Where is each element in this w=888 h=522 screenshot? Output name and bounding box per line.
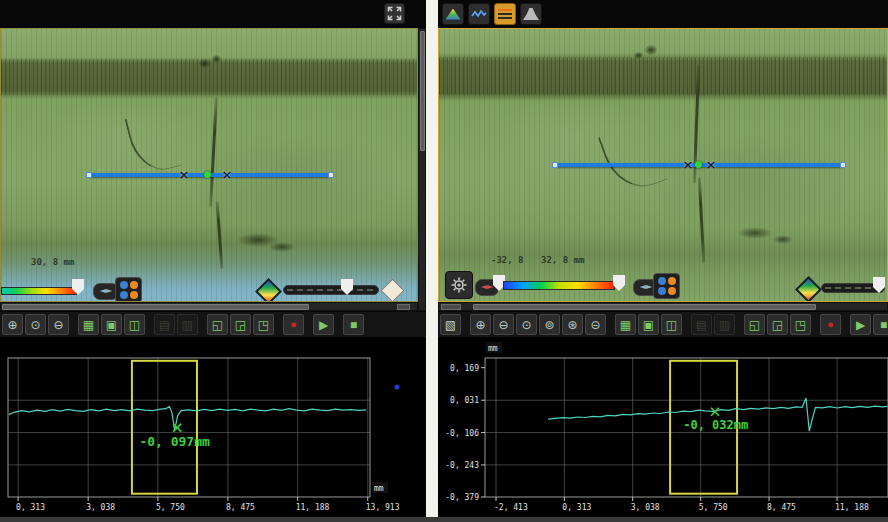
vertical-scroll-thumb[interactable] bbox=[420, 31, 425, 151]
surface-pit bbox=[645, 45, 657, 55]
dark-band-texture bbox=[439, 57, 887, 95]
actual-size-button[interactable]: ▣ bbox=[638, 314, 659, 335]
zoom-100-button[interactable]: ⊛ bbox=[562, 314, 583, 335]
expand-view-button[interactable] bbox=[384, 3, 405, 24]
compare-tool-button[interactable]: ▥ bbox=[714, 314, 735, 335]
overlay-tool-icon: ▤ bbox=[159, 319, 170, 331]
zoom-region-2-button[interactable]: ◲ bbox=[767, 314, 788, 335]
zoom-out-button[interactable]: ⊖ bbox=[493, 314, 514, 335]
zoom-fit-button[interactable]: ⊚ bbox=[539, 314, 560, 335]
line-endpoint-left[interactable] bbox=[86, 172, 92, 178]
display-dots-button[interactable] bbox=[115, 277, 142, 302]
surface-blemish bbox=[737, 227, 773, 239]
gear-icon bbox=[450, 276, 468, 294]
height-map-mode-button[interactable] bbox=[442, 3, 464, 25]
zoom-select-icon: ⊙ bbox=[521, 319, 531, 331]
zoom-prev-icon: ⊝ bbox=[590, 319, 600, 331]
profile-trace bbox=[9, 407, 366, 431]
line-center-point bbox=[204, 171, 211, 178]
overlay-tool-button[interactable]: ▤ bbox=[154, 314, 175, 335]
zoom-prev-button[interactable]: ⊝ bbox=[585, 314, 606, 335]
compare-tool-icon: ▥ bbox=[182, 319, 193, 331]
zoom-out-button[interactable]: ⊖ bbox=[48, 314, 69, 335]
svg-text:-2, 413: -2, 413 bbox=[494, 503, 528, 512]
settings-button[interactable] bbox=[445, 271, 473, 299]
blue-dot-icon bbox=[120, 281, 128, 289]
zoom-region-3-icon: ◳ bbox=[795, 319, 806, 331]
svg-text:-0, 106: -0, 106 bbox=[445, 429, 479, 438]
save-image-icon: ■ bbox=[880, 319, 887, 331]
actual-size-button[interactable]: ▣ bbox=[101, 314, 122, 335]
left-horizontal-scrollbar[interactable] bbox=[0, 302, 418, 311]
profile-mode-button[interactable] bbox=[468, 3, 490, 25]
orange-dot-icon bbox=[668, 287, 676, 295]
fit-width-button[interactable]: ◫ bbox=[661, 314, 682, 335]
svg-text:mm: mm bbox=[374, 484, 384, 493]
scrollbar-grip[interactable] bbox=[441, 304, 461, 310]
svg-text:8, 475: 8, 475 bbox=[226, 503, 255, 512]
compare-tool-button[interactable]: ▥ bbox=[177, 314, 198, 335]
fit-width-button[interactable]: ◫ bbox=[124, 314, 145, 335]
surface-pit bbox=[199, 59, 210, 68]
svg-text:13, 913: 13, 913 bbox=[366, 503, 400, 512]
save-image-button[interactable]: ■ bbox=[873, 314, 888, 335]
zoom-region-2-button[interactable]: ◲ bbox=[230, 314, 251, 335]
profile-wave-icon bbox=[471, 8, 487, 20]
surface-pit bbox=[212, 55, 221, 63]
horizontal-scroll-thumb[interactable] bbox=[473, 304, 816, 310]
export-image-icon: ▶ bbox=[319, 319, 328, 331]
svg-text:0, 169: 0, 169 bbox=[450, 364, 479, 373]
opacity-slider-track[interactable] bbox=[283, 285, 379, 295]
right-image-viewport[interactable]: -32, 8 32, 8 mm bbox=[438, 28, 888, 302]
left-vertical-scrollbar[interactable] bbox=[418, 28, 426, 311]
record-button[interactable]: ● bbox=[283, 314, 304, 335]
horizontal-scroll-thumb[interactable] bbox=[2, 304, 309, 310]
fit-image-button[interactable]: ▦ bbox=[615, 314, 636, 335]
line-handle-x1[interactable] bbox=[681, 158, 695, 172]
fit-width-icon: ◫ bbox=[129, 319, 140, 331]
height-colorbar[interactable] bbox=[503, 281, 615, 290]
blue-dot-icon bbox=[120, 291, 128, 299]
svg-text:0, 313: 0, 313 bbox=[16, 503, 45, 512]
zoom-in-button[interactable]: ⊙ bbox=[25, 314, 46, 335]
line-handle-x2[interactable] bbox=[704, 158, 718, 172]
line-endpoint-right[interactable] bbox=[328, 172, 334, 178]
fit-image-button[interactable]: ▦ bbox=[78, 314, 99, 335]
line-handle-x1[interactable] bbox=[177, 168, 191, 182]
zoom-region-3-icon: ◳ bbox=[258, 319, 269, 331]
image-mode-button[interactable] bbox=[494, 3, 516, 25]
svg-text:-0, 379: -0, 379 bbox=[445, 493, 479, 502]
expand-icon bbox=[387, 6, 402, 21]
left-image-viewport[interactable]: 30, 8 mm bbox=[0, 28, 418, 302]
height-colorbar[interactable] bbox=[1, 287, 77, 295]
line-endpoint-right[interactable] bbox=[840, 162, 846, 168]
peak-shape-icon bbox=[523, 8, 539, 20]
zoom-select-button[interactable]: ⊙ bbox=[516, 314, 537, 335]
export-image-button[interactable]: ▶ bbox=[313, 314, 334, 335]
export-image-button[interactable]: ▶ bbox=[850, 314, 871, 335]
zoom-reset-button[interactable]: ⊕ bbox=[2, 314, 23, 335]
zoom-region-3-button[interactable]: ◳ bbox=[253, 314, 274, 335]
blue-dot-icon bbox=[658, 277, 666, 285]
layout-button[interactable]: ▧ bbox=[440, 314, 461, 335]
zoom-in-icon: ⊙ bbox=[30, 319, 40, 331]
svg-text:-0, 032mm: -0, 032mm bbox=[683, 418, 748, 432]
line-endpoint-left[interactable] bbox=[552, 162, 558, 168]
record-button[interactable]: ● bbox=[820, 314, 841, 335]
layers-icon bbox=[498, 9, 512, 19]
svg-text:5, 750: 5, 750 bbox=[156, 503, 185, 512]
roi-box[interactable] bbox=[132, 361, 197, 494]
zoom-region-1-button[interactable]: ◱ bbox=[744, 314, 765, 335]
line-handle-x2[interactable] bbox=[220, 168, 234, 182]
zoom-in-button[interactable]: ⊕ bbox=[470, 314, 491, 335]
peak-shape-mode-button[interactable] bbox=[520, 3, 542, 25]
scrollbar-button[interactable] bbox=[397, 304, 410, 310]
zoom-region-1-button[interactable]: ◱ bbox=[207, 314, 228, 335]
display-dots-button[interactable] bbox=[653, 273, 680, 299]
record-icon: ● bbox=[827, 319, 834, 330]
right-horizontal-scrollbar[interactable] bbox=[438, 302, 888, 311]
svg-text:8, 475: 8, 475 bbox=[767, 503, 796, 512]
overlay-tool-button[interactable]: ▤ bbox=[691, 314, 712, 335]
zoom-region-3-button[interactable]: ◳ bbox=[790, 314, 811, 335]
save-image-button[interactable]: ■ bbox=[343, 314, 364, 335]
